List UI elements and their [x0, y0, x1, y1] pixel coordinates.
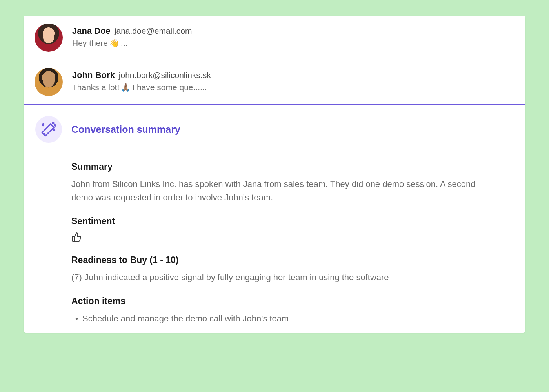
thumbs-up-icon [71, 232, 498, 244]
pray-emoji-icon: 🙏🏽 [121, 83, 131, 92]
section-heading-readiness: Readiness to Buy (1 - 10) [71, 255, 498, 265]
message-header: John Bork john.bork@siliconlinks.sk [72, 70, 514, 80]
section-heading-summary: Summary [71, 162, 498, 172]
message-row[interactable]: Jana Doe jana.doe@email.com Hey there 👋 … [24, 16, 525, 60]
action-item: Schedule and manage the demo call with J… [71, 312, 498, 325]
conversation-card: Jana Doe jana.doe@email.com Hey there 👋 … [24, 16, 525, 333]
sender-name: Jana Doe [72, 26, 111, 36]
message-content: Jana Doe jana.doe@email.com Hey there 👋 … [72, 24, 514, 48]
preview-text-after: ... [121, 38, 128, 48]
wave-emoji-icon: 👋 [109, 38, 119, 48]
summary-title: Conversation summary [71, 124, 180, 135]
summary-body: Summary John from Silicon Links Inc. has… [35, 162, 514, 325]
svg-point-0 [43, 125, 44, 126]
svg-point-1 [54, 129, 55, 131]
action-items-list: Schedule and manage the demo call with J… [71, 312, 498, 325]
magic-wand-icon [35, 116, 62, 143]
section-heading-action-items: Action items [71, 296, 498, 307]
summary-text: John from Silicon Links Inc. has spoken … [71, 178, 498, 204]
avatar [35, 24, 63, 52]
message-row[interactable]: John Bork john.bork@siliconlinks.sk Than… [24, 60, 525, 104]
avatar [35, 68, 63, 96]
sender-email: john.bork@siliconlinks.sk [119, 71, 211, 80]
message-preview: Thanks a lot! 🙏🏽 I have some que...... [72, 83, 514, 92]
preview-text-after: I have some que...... [132, 83, 207, 92]
summary-panel: Conversation summary Summary John from S… [24, 104, 525, 333]
message-preview: Hey there 👋 ... [72, 38, 514, 48]
svg-point-3 [55, 125, 56, 126]
section-heading-sentiment: Sentiment [71, 216, 498, 227]
summary-header: Conversation summary [35, 116, 514, 143]
message-header: Jana Doe jana.doe@email.com [72, 26, 514, 36]
message-content: John Bork john.bork@siliconlinks.sk Than… [72, 68, 514, 92]
svg-point-2 [53, 123, 54, 124]
sender-name: John Bork [72, 70, 115, 80]
sender-email: jana.doe@email.com [115, 26, 192, 36]
preview-text-before: Hey there [72, 38, 108, 48]
readiness-text: (7) John indicated a positive signal by … [71, 271, 498, 284]
preview-text-before: Thanks a lot! [72, 83, 119, 92]
